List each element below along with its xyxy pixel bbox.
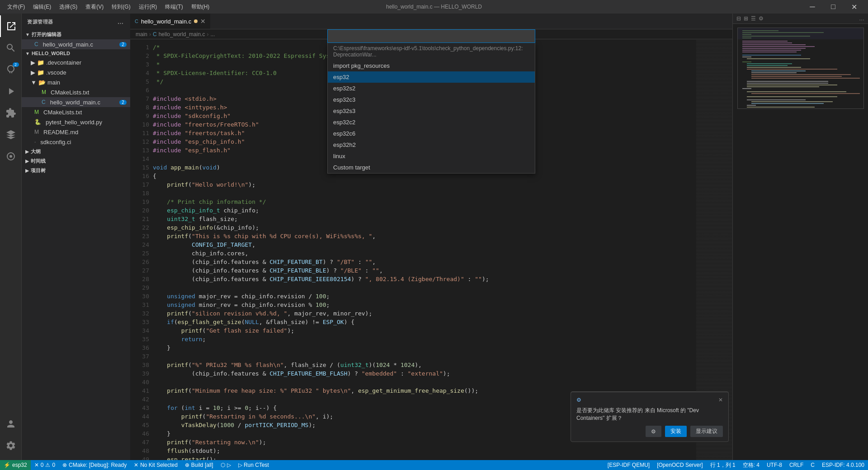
status-cmake[interactable]: ⊗ CMake: [Debug]: Ready	[59, 460, 130, 470]
svg-rect-11	[742, 48, 806, 49]
breadcrumb-file[interactable]: hello_world_main.c	[159, 31, 205, 38]
remote-icon[interactable]	[0, 146, 22, 167]
status-flash[interactable]: ⬡ ▷	[217, 460, 235, 470]
menu-view[interactable]: 查看(V)	[82, 2, 107, 12]
project-tree-header[interactable]: ▶ 项目树	[22, 166, 130, 175]
status-qemu[interactable]: [ESP-IDF QEMU]	[604, 460, 653, 470]
settings-icon[interactable]	[0, 435, 22, 456]
command-item-esp32s3[interactable]: esp32s3	[328, 105, 535, 117]
command-item-esp32c2-label: esp32c2	[333, 119, 529, 126]
recent-item-label: C:\Espressif\frameworks\esp-idf-v5.1\too…	[333, 45, 529, 58]
command-item-pkg[interactable]: import pkg_resources	[328, 60, 535, 71]
breadcrumb-more[interactable]: ...	[210, 31, 215, 38]
root-cmakelists-item[interactable]: M CMakeLists.txt	[22, 107, 130, 117]
minimize-button[interactable]: ─	[802, 0, 823, 14]
menu-help[interactable]: 帮助(H)	[188, 2, 213, 12]
sidebar-new-file[interactable]: …	[117, 17, 125, 26]
menu-file[interactable]: 文件(F)	[4, 2, 28, 12]
command-item-esp32s2[interactable]: esp32s2	[328, 83, 535, 94]
right-toolbar-btn3[interactable]: ☰	[751, 15, 756, 22]
encoding-label: UTF-8	[767, 462, 782, 468]
search-icon[interactable]	[0, 37, 22, 59]
close-button[interactable]: ✕	[844, 0, 864, 14]
notif-install-btn[interactable]: 安装	[665, 426, 687, 437]
status-ctest[interactable]: ▷ Run CTest	[235, 460, 273, 470]
svg-rect-18	[747, 63, 792, 64]
maximize-button[interactable]: □	[823, 0, 844, 14]
source-control-icon[interactable]: 2	[0, 59, 22, 80]
idf-icon[interactable]	[0, 124, 22, 146]
menu-terminal[interactable]: 终端(T)	[161, 2, 186, 12]
main-folder[interactable]: ▼ 📂 main	[22, 77, 130, 87]
right-toolbar-btn1[interactable]: ⊟	[736, 15, 741, 22]
command-item-esp32c2[interactable]: esp32c2	[328, 117, 535, 128]
command-item-esp32c6[interactable]: esp32c6	[328, 128, 535, 139]
sdkconfig-item[interactable]: · sdkconfig.ci	[22, 137, 130, 147]
right-toolbar-btn2[interactable]: ⊞	[744, 15, 748, 22]
status-spaces[interactable]: 空格: 4	[739, 460, 763, 470]
folder-icon: 📁	[37, 69, 44, 76]
hello-world-main-item[interactable]: C hello_world_main.c 2	[22, 97, 130, 107]
chevron-right-icon: ▶	[25, 168, 29, 173]
tab-hello-world-main[interactable]: C hello_world_main.c ✕	[130, 14, 211, 29]
window-controls[interactable]: ─ □ ✕	[802, 0, 864, 14]
status-cursor[interactable]: 行 1，列 1	[707, 460, 739, 470]
tab-close-button[interactable]: ✕	[200, 18, 206, 25]
outline-header[interactable]: ▶ 大纲	[22, 147, 130, 156]
run-debug-icon[interactable]	[0, 80, 22, 102]
chevron-right-icon: ▶	[25, 149, 29, 154]
readme-item[interactable]: M README.md	[22, 127, 130, 137]
svg-rect-30	[747, 86, 819, 87]
status-errors[interactable]: ✕ 0 ⚠ 0	[31, 460, 59, 470]
menu-select[interactable]: 选择(S)	[56, 2, 81, 12]
project-folder-header[interactable]: ▼ HELLO_WORLD	[22, 49, 130, 57]
folder-icon: 📁	[37, 59, 44, 66]
svg-rect-21	[747, 69, 837, 70]
open-editor-item[interactable]: C hello_world_main.c 2	[22, 39, 130, 49]
svg-rect-15	[742, 56, 751, 57]
cmakelists-label: CMakeLists.txt	[51, 89, 89, 96]
extensions-icon[interactable]	[0, 102, 22, 124]
command-input[interactable]	[327, 29, 535, 43]
notif-close-x[interactable]: ✕	[718, 397, 723, 403]
devcontainer-folder[interactable]: ▶ 📁 .devcontainer	[22, 57, 130, 67]
status-build[interactable]: ⊕ Build [all]	[181, 460, 217, 470]
notif-show-suggestions-btn[interactable]: 显示建议	[690, 426, 723, 437]
cmakelists-item[interactable]: M CMakeLists.txt	[22, 87, 130, 97]
status-openocd[interactable]: [OpenOCD Server]	[653, 460, 706, 470]
menu-bar[interactable]: 文件(F) 编辑(E) 选择(S) 查看(V) 转到(G) 运行(R) 终端(T…	[4, 2, 213, 12]
command-recent-item[interactable]: C:\Espressif\frameworks\esp-idf-v5.1\too…	[328, 43, 535, 60]
svg-point-1	[9, 155, 12, 158]
pytest-item[interactable]: 🐍 pytest_hello_world.py	[22, 117, 130, 127]
file-c-icon: C	[42, 99, 46, 105]
status-encoding[interactable]: UTF-8	[763, 460, 786, 470]
command-palette[interactable]: C:\Espressif\frameworks\esp-idf-v5.1\too…	[327, 29, 535, 174]
flash-run-icon: ▷	[227, 462, 231, 468]
file-c-icon: C	[34, 41, 38, 47]
error-count: 0	[41, 462, 44, 468]
svg-rect-37	[751, 103, 824, 104]
explorer-icon[interactable]	[0, 15, 22, 37]
command-item-linux[interactable]: linux	[328, 150, 535, 162]
menu-goto[interactable]: 转到(G)	[108, 2, 134, 12]
right-toolbar-btn4[interactable]: ⚙	[759, 15, 764, 22]
breadcrumb-main[interactable]: main	[136, 31, 147, 38]
status-language[interactable]: C	[807, 460, 818, 470]
right-toolbar-btn5[interactable]: …	[859, 15, 864, 22]
menu-run[interactable]: 运行(R)	[135, 2, 161, 12]
status-build-label: Build [all]	[191, 462, 213, 468]
vscode-folder[interactable]: ▶ 📁 .vscode	[22, 67, 130, 77]
command-item-esp32h2[interactable]: esp32h2	[328, 139, 535, 150]
status-eol[interactable]: CRLF	[786, 460, 807, 470]
command-item-esp32[interactable]: esp32	[328, 71, 535, 83]
command-item-custom[interactable]: Custom target	[328, 162, 535, 173]
timeline-header[interactable]: ▶ 时间线	[22, 156, 130, 166]
status-remote[interactable]: ⚡ esp32	[0, 460, 31, 470]
command-item-esp32c3[interactable]: esp32c3	[328, 94, 535, 105]
menu-edit[interactable]: 编辑(E)	[29, 2, 55, 12]
status-kit[interactable]: ✕ No Kit Selected	[130, 460, 181, 470]
account-icon[interactable]	[0, 413, 22, 435]
notif-settings-btn[interactable]: ⚙	[646, 426, 661, 437]
status-espidf-version[interactable]: ESP-IDF: 4.0.100	[818, 460, 868, 470]
open-editors-header[interactable]: ▼ 打开的编辑器	[22, 30, 130, 39]
